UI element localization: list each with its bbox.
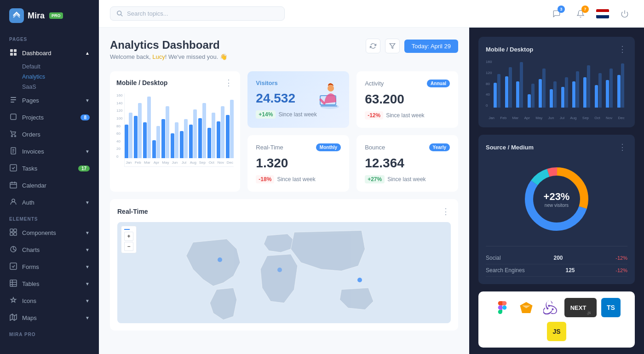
logo-icon [9,8,24,23]
sidebar-item-calendar[interactable]: Calendar [0,177,99,194]
sidebar-item-tables[interactable]: Tables ▼ [0,275,99,292]
right-chart-menu[interactable]: ⋮ [618,44,627,54]
sidebar-item-tasks[interactable]: Tasks 17 [0,160,99,177]
auth-icon [9,198,17,207]
sidebar-item-forms[interactable]: Forms ▼ [0,258,99,275]
bar-label-jan: Jan [126,160,132,165]
redux-logo [540,298,560,317]
sidebar-sub-default[interactable]: Default [0,62,99,72]
rb-nov-d [606,80,609,108]
bar-label-jul: Jul [182,160,186,165]
search-placeholder: Search topics... [127,10,168,17]
mobile-desktop-menu[interactable]: ⋮ [224,78,234,88]
activity-value: 63.200 [365,92,450,107]
svg-rect-24 [10,263,17,269]
source-change-social: -12% [615,255,627,261]
visitors-change: +14% [256,110,276,119]
sidebar: Mira PRO PAGES Dashboard ▲ Default Analy… [0,0,99,354]
source-change-search: -12% [615,268,627,273]
today-button[interactable]: Today: April 29 [404,40,458,53]
rb-feb-d [505,76,508,108]
bar-label-jun: Jun [172,160,178,165]
rb-apr-d [528,94,531,108]
bounce-value: 12.364 [365,156,450,171]
page-header: Analytics Dashboard Welcome back, Lucy! … [110,39,458,60]
svg-point-37 [328,85,334,91]
rb-dec-l [621,63,624,108]
svg-rect-6 [11,102,14,103]
sidebar-item-maps[interactable]: Maps ▼ [0,309,99,326]
page-header-actions: Today: April 29 [366,39,458,53]
tasks-icon [9,164,17,173]
sidebar-item-projects[interactable]: Projects 8 [0,109,99,126]
mobile-desktop-card: Mobile / Desktop ⋮ 160 140 120 100 80 60 [110,71,240,192]
forms-chevron: ▼ [85,264,90,269]
chat-badge: 3 [558,6,565,13]
visitors-illustration [307,77,344,111]
bar-jan-light [129,113,132,158]
maps-label: Maps [22,314,37,321]
sidebar-sub-analytics[interactable]: Analytics [0,72,99,82]
rb-apr-l [531,84,535,108]
bell-button[interactable]: 7 [572,6,589,22]
sidebar-item-components[interactable]: Components ▼ [0,224,99,241]
svg-rect-14 [10,165,17,171]
rb-label-may: May [535,116,542,120]
rb-jan-l [497,74,500,108]
refresh-button[interactable] [366,39,380,53]
sidebar-item-icons[interactable]: Icons ▼ [0,292,99,309]
tables-icon [9,280,17,288]
page-title: Analytics Dashboard [110,39,227,51]
power-button[interactable] [616,6,633,22]
bounce-card: Bounce Yearly 12.364 +27% Since last wee… [356,135,458,192]
mira-pro-section: MIRA PRO [0,326,99,340]
svg-point-8 [12,136,13,137]
rb-oct-d [595,85,598,108]
rb-nov-l [610,69,613,108]
bar-label-aug: Aug [190,160,196,165]
sidebar-item-orders[interactable]: Orders [0,126,99,143]
map-card: Real-Time ⋮ + − [110,199,458,331]
rb-label-jan: Jan [489,116,494,120]
language-selector[interactable] [596,9,609,18]
sketch-logo [517,298,536,317]
sidebar-item-auth[interactable]: Auth ▼ [0,194,99,211]
rb-label-oct: Oct [594,116,600,120]
svg-rect-20 [14,229,17,232]
rb-feb-l [509,67,512,108]
rb-sep-d [583,77,586,108]
right-chart-title: Mobile / Desktop [486,46,533,53]
page-subtitle: Welcome back, Lucy! We've missed you. 👋 [110,53,227,60]
map-zoom-in[interactable]: + [124,232,133,241]
bar-aug-light [193,109,197,158]
map-menu[interactable]: ⋮ [442,206,451,217]
filter-button[interactable] [385,39,400,53]
bar-label-sep: Sep [199,160,206,165]
realtime-label: Real-Time [256,144,283,151]
search-box[interactable]: Search topics... [110,6,285,21]
sidebar-item-invoices[interactable]: Invoices ▼ [0,143,99,160]
projects-label: Projects [22,114,44,121]
bar-nov-dark [217,121,220,158]
bar-label-dec: Dec [227,160,233,165]
map-zoom-out[interactable]: − [124,242,133,251]
sidebar-sub-saas[interactable]: SaaS [0,82,99,92]
bar-jan-dark [125,125,128,158]
bar-label-may: May [162,160,169,165]
maps-icon [9,314,17,322]
notifications-button[interactable]: 3 [548,6,565,22]
sidebar-item-charts[interactable]: Charts ▼ [0,241,99,258]
rb-label-aug: Aug [570,116,576,120]
visitors-change-text: Since last week [278,111,316,118]
bar-nov-light [221,106,224,158]
topbar: Search topics... 3 7 [99,0,644,28]
sidebar-logo[interactable]: Mira PRO [0,0,99,31]
rb-label-feb: Feb [500,116,506,120]
topbar-right: 3 7 [548,6,633,22]
sidebar-item-dashboard[interactable]: Dashboard ▲ [0,45,99,62]
icons-chevron: ▼ [85,298,90,303]
source-medium-menu[interactable]: ⋮ [618,142,627,152]
bar-mar-dark [143,122,147,158]
sidebar-item-pages[interactable]: Pages ▼ [0,92,99,109]
visitors-label: Visitors [256,80,277,86]
